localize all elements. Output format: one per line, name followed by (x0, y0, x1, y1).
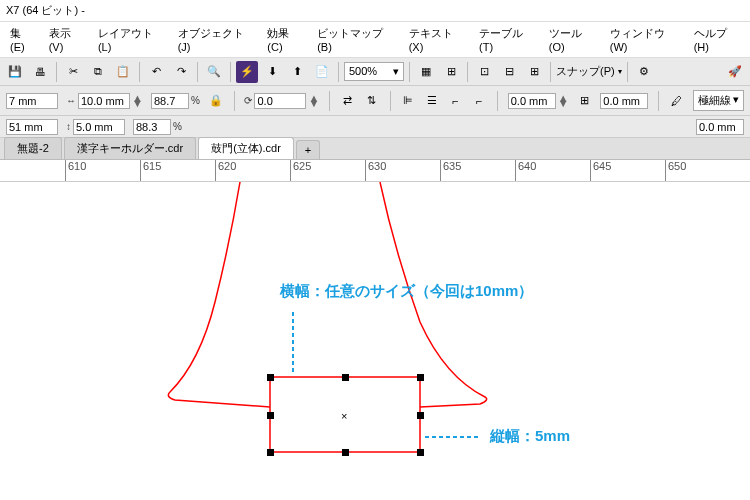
snap-grid-icon[interactable]: ⊡ (473, 61, 495, 83)
menu-view[interactable]: 表示(V) (43, 24, 90, 55)
menu-bitmap[interactable]: ビットマップ(B) (311, 24, 401, 55)
grid-sm-icon[interactable]: ⊞ (577, 90, 593, 112)
tab-komon[interactable]: 鼓門(立体).cdr (198, 137, 294, 159)
menu-tools[interactable]: ツール(O) (543, 24, 602, 55)
paste-icon[interactable]: 📋 (112, 61, 134, 83)
rotation-input[interactable] (254, 93, 306, 109)
annotation-height: 縦幅：5mm (490, 427, 570, 446)
width-icon: ↔ (66, 95, 76, 106)
separator (56, 62, 57, 82)
import-icon[interactable]: ⬇ (261, 61, 283, 83)
property-bar-2: ↕ % (0, 116, 750, 138)
annotation-width: 横幅：任意のサイズ（今回は10mm） (280, 282, 533, 301)
height-icon: ↕ (66, 121, 71, 132)
drawing-canvas[interactable]: × 横幅：任意のサイズ（今回は10mm） 縦幅：5mm (0, 182, 750, 500)
percent-label: % (191, 95, 200, 106)
scale-y-input[interactable] (133, 119, 171, 135)
offset-spinner[interactable]: ▲▼ (558, 96, 569, 106)
selection-handle[interactable] (417, 449, 424, 456)
lock-ratio-icon[interactable]: 🔒 (208, 90, 224, 112)
menu-object[interactable]: オブジェクト(J) (172, 24, 260, 55)
menu-effects[interactable]: 効果(C) (261, 24, 309, 55)
pos-y-field (6, 119, 58, 135)
redo-icon[interactable]: ↷ (170, 61, 192, 83)
launch-icon[interactable]: 🚀 (724, 61, 746, 83)
selection-handle[interactable] (342, 449, 349, 456)
pdf-icon[interactable]: 📄 (311, 61, 333, 83)
export-icon[interactable]: ⬆ (286, 61, 308, 83)
separator (550, 62, 551, 82)
cut-icon[interactable]: ✂ (62, 61, 84, 83)
selection-handle[interactable] (267, 449, 274, 456)
corner-icon[interactable]: ⌐ (448, 90, 464, 112)
rotate-icon: ⟳ (244, 95, 252, 106)
menu-table[interactable]: テーブル(T) (473, 24, 541, 55)
ruler-tick: 625 (290, 160, 311, 181)
menu-edit[interactable]: 集(E) (4, 24, 41, 55)
tab-untitled[interactable]: 無題-2 (4, 137, 62, 159)
selection-handle[interactable] (267, 412, 274, 419)
search-icon[interactable]: 🔍 (203, 61, 225, 83)
offset-x-input[interactable] (508, 93, 556, 109)
menu-window[interactable]: ウィンドウ(W) (604, 24, 686, 55)
menu-layout[interactable]: レイアウト(L) (92, 24, 170, 55)
snap-object-icon[interactable]: ⊞ (523, 61, 545, 83)
offset-y2-field (696, 119, 744, 135)
scale-x-input[interactable] (151, 93, 189, 109)
menu-bar: 集(E) 表示(V) レイアウト(L) オブジェクト(J) 効果(C) ビットマ… (0, 22, 750, 58)
property-bar: ↔ ▲▼ % 🔒 ⟳ ▲▼ ⇄ ⇅ ⊫ ☰ ⌐ ⌐ ▲▼ ⊞ 🖊 極細線▾ (0, 86, 750, 116)
pos-x-field (6, 93, 58, 109)
separator (658, 91, 659, 111)
ruler-tick: 640 (515, 160, 536, 181)
menu-help[interactable]: ヘルプ(H) (688, 24, 746, 55)
offset-y-field (600, 93, 648, 109)
selection-handle[interactable] (342, 374, 349, 381)
tab-new[interactable]: + (296, 140, 320, 159)
grid-icon[interactable]: ▦ (415, 61, 437, 83)
rotation-spinner[interactable]: ▲▼ (308, 96, 319, 106)
publish-icon[interactable]: ⚡ (236, 61, 258, 83)
snap-label[interactable]: スナップ(P) (556, 64, 615, 79)
separator (409, 62, 410, 82)
print-icon[interactable]: 🖶 (29, 61, 51, 83)
corner2-icon[interactable]: ⌐ (471, 90, 487, 112)
zoom-value: 500% (349, 65, 377, 78)
undo-icon[interactable]: ↶ (145, 61, 167, 83)
offset-y-input[interactable] (600, 93, 648, 109)
align-icon[interactable]: ⊫ (400, 90, 416, 112)
selection-handle[interactable] (417, 374, 424, 381)
separator (234, 91, 235, 111)
snap-guide-icon[interactable]: ⊟ (498, 61, 520, 83)
center-marker: × (341, 410, 347, 422)
tab-kanji[interactable]: 漢字キーホルダー.cdr (64, 137, 196, 159)
order-icon[interactable]: ☰ (424, 90, 440, 112)
copy-icon[interactable]: ⧉ (87, 61, 109, 83)
pos-y-input[interactable] (6, 119, 58, 135)
offset-y2-input[interactable] (696, 119, 744, 135)
pen-icon[interactable]: 🖊 (669, 90, 685, 112)
scale-x-field: % (151, 93, 200, 109)
mirror-h-icon[interactable]: ⇄ (340, 90, 356, 112)
ruler-tick: 635 (440, 160, 461, 181)
zoom-select[interactable]: 500%▾ (344, 62, 404, 81)
pos-x-input[interactable] (6, 93, 58, 109)
selection-handle[interactable] (417, 412, 424, 419)
window-title: X7 (64 ビット) - (6, 4, 85, 16)
separator (139, 62, 140, 82)
save-icon[interactable]: 💾 (4, 61, 26, 83)
options-icon[interactable]: ⚙ (633, 61, 655, 83)
width-spinner[interactable]: ▲▼ (132, 96, 143, 106)
stroke-value: 極細線 (698, 93, 731, 108)
separator (230, 62, 231, 82)
rotation-field: ⟳ ▲▼ (244, 93, 319, 109)
selection-handle[interactable] (267, 374, 274, 381)
stroke-select[interactable]: 極細線▾ (693, 90, 744, 111)
guides-icon[interactable]: ⊞ (440, 61, 462, 83)
width-input[interactable] (78, 93, 130, 109)
horizontal-ruler[interactable]: 610 615 620 625 630 635 640 645 650 (0, 160, 750, 182)
height-input[interactable] (73, 119, 125, 135)
menu-text[interactable]: テキスト(X) (403, 24, 471, 55)
mirror-v-icon[interactable]: ⇅ (364, 90, 380, 112)
separator (627, 62, 628, 82)
separator (390, 91, 391, 111)
